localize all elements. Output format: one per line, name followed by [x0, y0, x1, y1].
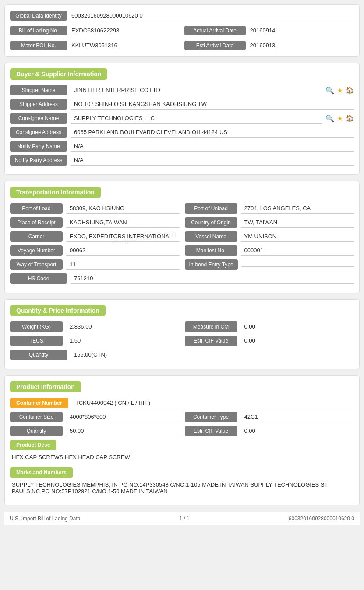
esti-cif-value: 0.00: [241, 336, 354, 346]
voyage-number-label: Voyage Number: [10, 245, 63, 256]
country-of-origin-label: Country of Origin: [185, 217, 237, 228]
hs-code-label: HS Code: [10, 273, 67, 284]
marks-numbers-section: Marks and Numbers SUPPLY TECHNOLOGIES ME…: [10, 467, 354, 498]
footer: U.S. Import Bill of Lading Data 1 / 1 60…: [4, 512, 360, 525]
place-country-row: Place of Receipt KAOHSIUNG,TAIWAN Countr…: [10, 217, 354, 228]
container-number-row: Container Number TCKU4400942 ( CN / L / …: [10, 398, 354, 408]
notify-party-name-value: N/A: [71, 141, 354, 152]
port-of-unload-col: Port of Unload 2704, LOS ANGELES, CA: [185, 203, 354, 214]
consignee-address-value: 6065 PARKLAND BOULEVARD CLEVELAND OH 441…: [71, 127, 354, 138]
product-information-title: Product Information: [10, 381, 81, 392]
consignee-address-label: Consignee Address: [10, 127, 67, 138]
notify-party-address-value: N/A: [71, 155, 354, 166]
product-esti-cif-label: Esti. CIF Value: [185, 426, 237, 436]
quantity-label: Quantity: [10, 350, 67, 360]
star-icon-shipper[interactable]: ★: [337, 86, 343, 95]
measure-in-cm-value: 0.00: [241, 321, 354, 332]
weight-kg-label: Weight (KG): [10, 321, 63, 332]
mater-bol-label: Mater BOL No.: [10, 41, 67, 50]
shipper-address-value: NO 107 SHIN-LO ST KANGSHAN KAOHSIUNG TW: [71, 99, 354, 110]
shipper-address-label: Shipper Address: [10, 99, 67, 110]
vessel-name-value: YM UNISON: [241, 231, 354, 242]
notify-party-name-label: Notify Party Name: [10, 141, 67, 152]
carrier-label: Carrier: [10, 231, 63, 242]
global-data-identity-value: 600320160928000010620 0: [67, 11, 354, 21]
consignee-name-row: Consignee Name SUPPLY TECHNOLOGIES LLC 🔍…: [10, 113, 354, 124]
product-desc-text: HEX CAP SCREWS HEX HEAD CAP SCREW: [10, 452, 354, 464]
consignee-name-label: Consignee Name: [10, 113, 67, 124]
actual-arrival-date-label: Actual Arrival Date: [184, 26, 246, 35]
global-data-row: Global Data Identity 6003201609280000106…: [10, 8, 354, 23]
voyage-number-col: Voyage Number 00062: [10, 245, 180, 256]
consignee-name-value: SUPPLY TECHNOLOGIES LLC: [71, 113, 322, 124]
home-icon-shipper[interactable]: 🏠: [346, 86, 354, 94]
container-type-col: Container Type 42G1: [185, 412, 354, 422]
vessel-name-label: Vessel Name: [185, 231, 237, 242]
transportation-card: sq.gtodata.com Transportation Informatio…: [4, 181, 360, 293]
product-quantity-col: Quantity 50.00: [10, 426, 180, 436]
port-row: Port of Load 58309, KAO HSIUNG Port of U…: [10, 203, 354, 214]
place-of-receipt-col: Place of Receipt KAOHSIUNG,TAIWAN: [10, 217, 180, 228]
notify-party-name-row: Notify Party Name N/A: [10, 141, 354, 152]
manifest-no-value: 000001: [241, 245, 354, 256]
notify-party-address-row: Notify Party Address N/A: [10, 155, 354, 166]
product-quantity-label: Quantity: [10, 426, 63, 436]
quantity-price-title: Quantity & Price Information: [10, 305, 106, 316]
product-quantity-value: 50.00: [66, 426, 180, 436]
measure-in-cm-col: Measure in CM 0.00: [185, 321, 354, 332]
consignee-name-icons: 🔍 ★ 🏠: [325, 114, 354, 123]
product-information-card: Product Information Container Number TCK…: [4, 375, 360, 505]
esti-cif-label: Esti. CIF Value: [185, 336, 237, 346]
shipper-address-row: Shipper Address NO 107 SHIN-LO ST KANGSH…: [10, 99, 354, 110]
port-of-unload-label: Port of Unload: [185, 203, 237, 214]
actual-arrival-date-value: 20160914: [246, 25, 354, 35]
port-of-unload-value: 2704, LOS ANGELES, CA: [241, 203, 354, 214]
inbond-entry-type-label: In-bond Entry Type: [185, 259, 238, 270]
esti-cif-col: Esti. CIF Value 0.00: [185, 336, 354, 346]
manifest-no-label: Manifest No.: [185, 245, 237, 256]
footer-right: 600320160928000010620 0: [289, 516, 354, 522]
product-desc-label: Product Desc: [10, 440, 56, 450]
quantity-price-card: Quantity & Price Information Weight (KG)…: [4, 299, 360, 369]
container-size-col: Container Size 4000*806*800: [10, 412, 180, 422]
esti-arrival-date-label: Esti Arrival Date: [184, 41, 246, 50]
teus-col: TEUS 1.50: [10, 336, 180, 346]
quantity-value: 155.00(CTN): [71, 350, 354, 360]
buyer-supplier-card: Buyer & Supplier Information Shipper Nam…: [4, 63, 360, 175]
notify-party-address-label: Notify Party Address: [10, 155, 67, 166]
country-of-origin-value: TW, TAIWAN: [241, 217, 354, 228]
way-of-transport-label: Way of Transport: [10, 259, 63, 270]
measure-in-cm-label: Measure in CM: [185, 321, 237, 332]
shipper-name-value: JINN HER ENTERPRISE CO LTD: [71, 85, 322, 95]
container-size-label: Container Size: [10, 412, 63, 422]
way-of-transport-value: 11: [66, 259, 180, 270]
quantity-row: Quantity 155.00(CTN): [10, 350, 354, 360]
teus-esti-row: TEUS 1.50 Esti. CIF Value 0.00: [10, 336, 354, 346]
mater-bol-value: KKLUTW3051316: [67, 40, 176, 50]
shipper-name-icons: 🔍 ★ 🏠: [325, 86, 354, 95]
port-of-load-value: 58309, KAO HSIUNG: [66, 203, 180, 214]
shipper-name-row: Shipper Name JINN HER ENTERPRISE CO LTD …: [10, 85, 354, 95]
inbond-entry-type-value: [241, 263, 354, 267]
voyage-number-value: 00062: [66, 245, 180, 256]
product-desc-section: Product Desc HEX CAP SCREWS HEX HEAD CAP…: [10, 440, 354, 464]
container-type-value: 42G1: [241, 412, 354, 422]
port-of-load-label: Port of Load: [10, 203, 63, 214]
home-icon-consignee[interactable]: 🏠: [346, 114, 354, 122]
marks-and-numbers-label: Marks and Numbers: [10, 467, 73, 478]
page-wrapper: Global Data Identity 6003201609280000106…: [0, 0, 364, 530]
port-of-load-col: Port of Load 58309, KAO HSIUNG: [10, 203, 180, 214]
container-type-label: Container Type: [185, 412, 237, 422]
bill-of-lading-value: EXDO6810622298: [67, 25, 176, 35]
product-esti-cif-value: 0.00: [241, 426, 354, 436]
vessel-name-col: Vessel Name YM UNISON: [185, 231, 354, 242]
search-icon-shipper[interactable]: 🔍: [325, 86, 334, 95]
container-number-value: TCKU4400942 ( CN / L / HH ): [72, 398, 354, 408]
star-icon-consignee[interactable]: ★: [337, 114, 343, 123]
way-of-transport-col: Way of Transport 11: [10, 259, 180, 270]
footer-left: U.S. Import Bill of Lading Data: [10, 516, 80, 522]
search-icon-consignee[interactable]: 🔍: [325, 114, 334, 123]
weight-kg-value: 2,836.00: [66, 321, 180, 332]
country-of-origin-col: Country of Origin TW, TAIWAN: [185, 217, 354, 228]
marks-and-numbers-text: SUPPLY TECHNOLOGIES MEMPHIS,TN PO NO:14P…: [10, 480, 354, 498]
